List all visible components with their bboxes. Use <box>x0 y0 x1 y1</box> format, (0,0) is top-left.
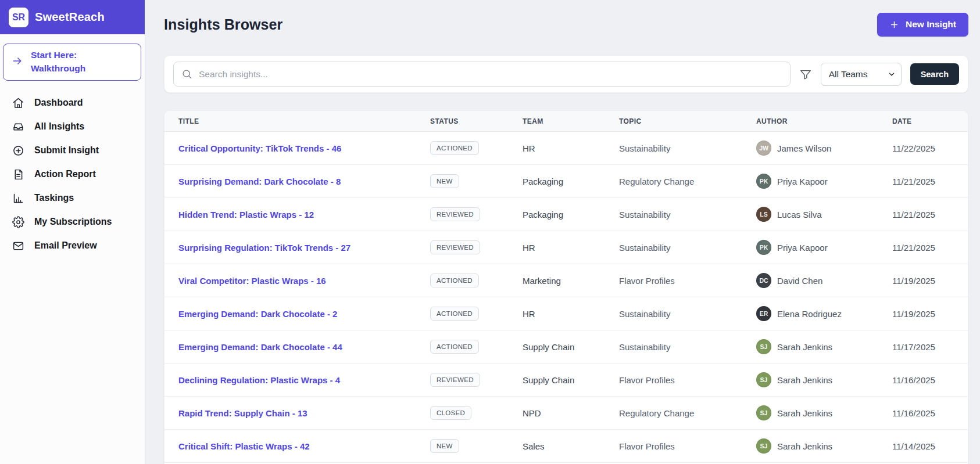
table-row: Surprising Regulation: TikTok Trends - 2… <box>164 231 968 264</box>
insight-title-link[interactable]: Hidden Trend: Plastic Wraps - 12 <box>178 210 314 220</box>
sidebar-item-submit-insight[interactable]: Submit Insight <box>0 139 145 163</box>
insight-title-link[interactable]: Surprising Regulation: TikTok Trends - 2… <box>178 243 350 253</box>
sidebar-item-action-report[interactable]: Action Report <box>0 163 145 186</box>
author-name: Sarah Jenkins <box>777 408 832 418</box>
sidebar-item-my-subscriptions[interactable]: My Subscriptions <box>0 210 145 234</box>
topic-cell: Sustainability <box>619 243 756 253</box>
team-cell: Packaging <box>523 177 619 186</box>
author-name: Sarah Jenkins <box>777 441 832 451</box>
author-name: Priya Kapoor <box>777 243 828 253</box>
insight-title-link[interactable]: Critical Opportunity: TikTok Trends - 46 <box>178 143 341 153</box>
team-cell: Packaging <box>523 210 619 220</box>
author-cell: PK Priya Kapoor <box>756 174 892 189</box>
topic-cell: Sustainability <box>619 309 756 319</box>
author-cell: PK Priya Kapoor <box>756 240 892 255</box>
sidebar-item-all-insights[interactable]: All Insights <box>0 115 145 139</box>
date-cell: 11/21/2025 <box>892 177 968 186</box>
team-cell: Sales <box>523 441 619 451</box>
team-cell: Supply Chain <box>523 375 619 385</box>
page-header: Insights Browser New Insight <box>164 12 968 37</box>
team-filter-select[interactable]: All Teams <box>821 63 902 86</box>
insight-title-link[interactable]: Viral Competitor: Plastic Wraps - 16 <box>178 276 326 286</box>
date-cell: 11/21/2025 <box>892 210 968 220</box>
table-row: Surprising Demand: Dark Chocolate - 8 NE… <box>164 165 968 198</box>
team-cell: Marketing <box>523 276 619 286</box>
column-header: TITLE <box>164 117 430 125</box>
sidebar-item-walkthrough[interactable]: Start Here: Walkthrough <box>3 44 141 81</box>
brand-name: SweetReach <box>35 10 105 24</box>
column-header: DATE <box>892 117 968 125</box>
sidebar-item-dashboard[interactable]: Dashboard <box>0 91 145 115</box>
gear-icon <box>12 216 24 228</box>
table-row: Critical Opportunity: TikTok Trends - 46… <box>164 132 968 165</box>
status-badge: NEW <box>430 439 459 453</box>
team-cell: Supply Chain <box>523 342 619 352</box>
insights-table: TITLESTATUSTEAMTOPICAUTHORDATE Critical … <box>164 110 968 464</box>
author-name: Sarah Jenkins <box>777 342 832 352</box>
table-row: Emerging Demand: Dark Chocolate - 44 ACT… <box>164 330 968 364</box>
author-name: James Wilson <box>777 143 831 153</box>
new-insight-label: New Insight <box>906 19 956 30</box>
team-cell: HR <box>523 243 619 253</box>
sidebar-item-label: Email Preview <box>34 240 97 251</box>
topic-cell: Regulatory Change <box>619 177 756 186</box>
date-cell: 11/14/2025 <box>892 441 968 451</box>
insight-title-link[interactable]: Rapid Trend: Supply Chain - 13 <box>178 408 307 418</box>
topic-cell: Flavor Profiles <box>619 441 756 451</box>
document-icon <box>12 168 24 181</box>
new-insight-button[interactable]: New Insight <box>877 13 968 37</box>
table-row: Hidden Trend: Plastic Wraps - 12 REVIEWE… <box>164 198 968 231</box>
avatar: LS <box>756 207 771 222</box>
insight-title-link[interactable]: Declining Regulation: Plastic Wraps - 4 <box>178 375 340 385</box>
topic-cell: Sustainability <box>619 210 756 220</box>
topic-cell: Flavor Profiles <box>619 276 756 286</box>
table-row: Viral Competitor: Plastic Wraps - 16 ACT… <box>164 264 968 297</box>
page-title: Insights Browser <box>164 16 282 33</box>
avatar: JW <box>756 141 771 156</box>
sidebar-item-label: All Insights <box>34 121 84 132</box>
insight-title-link[interactable]: Emerging Demand: Dark Chocolate - 44 <box>178 342 342 352</box>
topic-cell: Sustainability <box>619 342 756 352</box>
column-header: TOPIC <box>619 117 756 125</box>
search-button[interactable]: Search <box>910 63 959 85</box>
avatar: SJ <box>756 372 771 387</box>
author-cell: ER Elena Rodriguez <box>756 306 892 321</box>
sidebar: SR SweetReach Start Here: Walkthrough Da… <box>0 0 145 464</box>
mail-icon <box>12 240 24 252</box>
avatar: SJ <box>756 438 771 454</box>
plus-circle-icon <box>12 145 24 157</box>
insight-title-link[interactable]: Surprising Demand: Dark Chocolate - 8 <box>178 177 341 186</box>
date-cell: 11/22/2025 <box>892 143 968 153</box>
author-cell: DC David Chen <box>756 273 892 288</box>
topic-cell: Regulatory Change <box>619 408 756 418</box>
status-badge: REVIEWED <box>430 240 480 254</box>
status-badge: REVIEWED <box>430 373 480 387</box>
date-cell: 11/16/2025 <box>892 408 968 418</box>
author-cell: JW James Wilson <box>756 141 892 156</box>
insight-title-link[interactable]: Emerging Demand: Dark Chocolate - 2 <box>178 309 337 319</box>
walkthrough-label: Start Here: Walkthrough <box>31 49 134 75</box>
search-input[interactable] <box>173 62 791 87</box>
table-row: Rapid Trend: Supply Chain - 13 CLOSED NP… <box>164 397 968 430</box>
table-row: Critical Shift: Plastic Wraps - 42 NEW S… <box>164 430 968 463</box>
avatar: ER <box>756 306 771 321</box>
sidebar-item-email-preview[interactable]: Email Preview <box>0 234 145 258</box>
home-icon <box>12 97 24 109</box>
status-badge: CLOSED <box>430 406 471 420</box>
sidebar-item-label: Dashboard <box>34 98 83 108</box>
inbox-icon <box>12 121 24 133</box>
author-cell: SJ Sarah Jenkins <box>756 372 892 387</box>
sidebar-item-taskings[interactable]: Taskings <box>0 186 145 210</box>
status-badge: ACTIONED <box>430 141 479 155</box>
table-header-row: TITLESTATUSTEAMTOPICAUTHORDATE <box>164 111 968 132</box>
status-badge: ACTIONED <box>430 307 479 321</box>
author-name: Sarah Jenkins <box>777 375 832 385</box>
avatar: SJ <box>756 339 771 354</box>
table-row: Declining Regulation: Plastic Wraps - 4 … <box>164 364 968 397</box>
author-cell: SJ Sarah Jenkins <box>756 438 892 454</box>
date-cell: 11/19/2025 <box>892 276 968 286</box>
brand-logo: SR <box>9 8 28 27</box>
author-name: Lucas Silva <box>777 210 822 220</box>
insight-title-link[interactable]: Critical Shift: Plastic Wraps - 42 <box>178 441 310 451</box>
avatar: DC <box>756 273 771 288</box>
